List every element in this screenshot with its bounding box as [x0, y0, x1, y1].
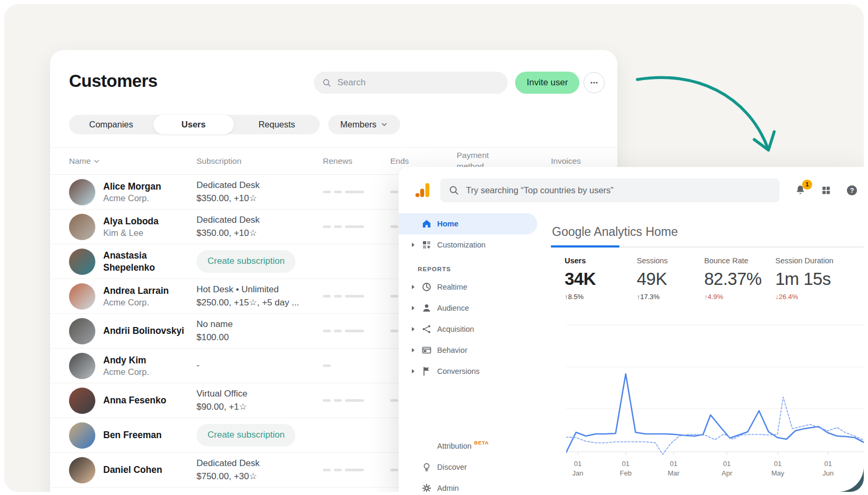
stat-value: 1m 15s	[775, 269, 864, 289]
stat-label: Users	[565, 256, 637, 265]
create-subscription-button[interactable]: Create subscription	[196, 424, 295, 447]
sidebar-item-label: Home	[437, 220, 458, 228]
analytics-search-field[interactable]	[440, 179, 780, 202]
create-subscription-button[interactable]: Create subscription	[196, 250, 295, 273]
renews-cell	[323, 469, 390, 471]
sidebar-item-realtime[interactable]: Realtime	[399, 276, 537, 298]
member-name: Alice Morgan	[103, 181, 190, 192]
members-dropdown[interactable]: Members	[328, 115, 400, 134]
placeholder-dash	[390, 469, 398, 471]
column-header-subscription: Subscription	[196, 156, 323, 166]
traffic-chart: 01Jan01Feb01Mar01Apr01May01Jun	[566, 305, 864, 484]
placeholder-dash	[345, 295, 364, 298]
placeholder-dash	[345, 330, 364, 332]
subscription-price: $350.00, +10☆	[196, 192, 323, 205]
page-background: Customers Invite user CompaniesUsersRequ…	[4, 4, 864, 492]
subscription-price: $250.00, +15☆, +5 day ...	[196, 296, 323, 310]
stat-delta: ↑4.9%	[704, 293, 775, 301]
members-dropdown-label: Members	[340, 120, 377, 130]
analytics-page-title: Google Analytics Home	[552, 225, 678, 239]
stats-row: Users 34K ↑8.5%Sessions 49K ↑17.3%Bounce…	[565, 256, 864, 301]
subscription-plan: Virtual Office	[196, 388, 323, 401]
search-field[interactable]	[314, 72, 508, 94]
avatar	[69, 179, 95, 205]
apps-grid-button[interactable]	[821, 185, 832, 196]
placeholder-dash	[323, 330, 331, 332]
column-header-name[interactable]: Name	[69, 156, 196, 166]
sidebar-item-label: Discover	[437, 463, 467, 471]
avatar	[69, 422, 95, 449]
sidebar-item-home[interactable]: Home	[399, 213, 537, 234]
sidebar-item-discover[interactable]: Discover	[399, 457, 537, 478]
expand-arrow-icon[interactable]	[412, 285, 415, 289]
stat-session-duration[interactable]: Session Duration 1m 15s ↓26.4%	[775, 256, 864, 301]
search-input[interactable]	[336, 77, 499, 88]
invite-user-button[interactable]: Invite user	[515, 72, 579, 94]
sidebar-item-customization[interactable]: Customization	[399, 234, 537, 255]
subscription-plan: Dedicated Desk	[196, 214, 323, 227]
sidebar-item-attribution[interactable]: AttributionBETA	[399, 435, 537, 457]
search-icon	[322, 78, 331, 87]
tab-companies[interactable]: Companies	[69, 115, 153, 134]
sidebar-item-label: Acquisition	[437, 325, 474, 333]
avatar	[69, 249, 95, 275]
expand-arrow-icon[interactable]	[412, 348, 415, 352]
x-axis-tick-label: 01Mar	[668, 459, 679, 478]
member-company: Kim & Lee	[103, 228, 190, 238]
stat-value: 82.37%	[704, 269, 775, 289]
renews-cell	[323, 191, 390, 193]
google-analytics-logo-icon	[414, 182, 431, 199]
subscription-price: $90.00, +1☆	[196, 401, 323, 414]
expand-arrow-icon[interactable]	[412, 243, 415, 247]
stat-users[interactable]: Users 34K ↑8.5%	[565, 256, 637, 301]
help-button[interactable]: ?	[846, 184, 858, 196]
stat-bounce-rate[interactable]: Bounce Rate 82.37% ↑4.9%	[704, 256, 775, 301]
placeholder-dash	[390, 191, 398, 193]
avatar	[69, 283, 95, 310]
analytics-window: 1 ? HomeCustomizationREPORTSRealtimeAudi…	[399, 167, 864, 492]
tab-requests[interactable]: Requests	[234, 115, 320, 134]
subscription-price: $750.00, +30☆	[196, 470, 323, 483]
notifications-button[interactable]: 1	[794, 183, 806, 197]
sidebar-item-admin[interactable]: Admin	[399, 478, 537, 492]
avatar	[69, 388, 95, 414]
placeholder-dash	[345, 399, 364, 402]
member-company: Acme Corp.	[103, 193, 190, 203]
svg-text:?: ?	[850, 186, 854, 194]
member-name: Alya Loboda	[103, 215, 190, 227]
sidebar-item-label: Attribution	[437, 442, 471, 450]
sidebar-item-behavior[interactable]: Behavior	[399, 340, 537, 361]
stat-label: Sessions	[637, 256, 704, 265]
placeholder-dash	[323, 191, 331, 193]
tab-users[interactable]: Users	[153, 115, 234, 134]
analytics-sidebar: HomeCustomizationREPORTSRealtimeAudience…	[399, 213, 537, 492]
placeholder-dash	[323, 399, 331, 402]
sidebar-item-conversions[interactable]: Conversions	[399, 361, 537, 382]
stat-label: Bounce Rate	[704, 256, 775, 265]
sidebar-item-label: Audience	[437, 304, 469, 312]
expand-arrow-icon[interactable]	[412, 369, 415, 373]
subscription-plan: Hot Desk • Unlimited	[196, 283, 323, 296]
customize-icon	[421, 240, 432, 250]
avatar	[69, 318, 95, 344]
search-icon	[449, 185, 459, 195]
expand-arrow-icon[interactable]	[412, 306, 415, 310]
subscription-plan: No name	[196, 318, 323, 331]
placeholder-dash	[323, 364, 331, 367]
analytics-search-input[interactable]	[465, 185, 771, 196]
renews-cell	[323, 330, 390, 332]
x-axis-tick-label: 01May	[771, 459, 784, 478]
sidebar-item-acquisition[interactable]: Acquisition	[399, 319, 537, 340]
subscription-plan: Dedicated Desk	[196, 179, 323, 192]
placeholder-dash	[390, 330, 398, 332]
more-options-button[interactable]	[584, 72, 605, 93]
placeholder-dash	[390, 225, 398, 228]
bulb-icon	[421, 462, 432, 472]
sidebar-item-audience[interactable]: Audience	[399, 298, 537, 319]
avatar	[69, 457, 95, 483]
stat-sessions[interactable]: Sessions 49K ↑17.3%	[637, 256, 704, 301]
column-header-ends: Ends	[390, 156, 457, 166]
avatar	[69, 492, 95, 492]
behavior-icon	[421, 345, 432, 355]
expand-arrow-icon[interactable]	[412, 327, 415, 331]
